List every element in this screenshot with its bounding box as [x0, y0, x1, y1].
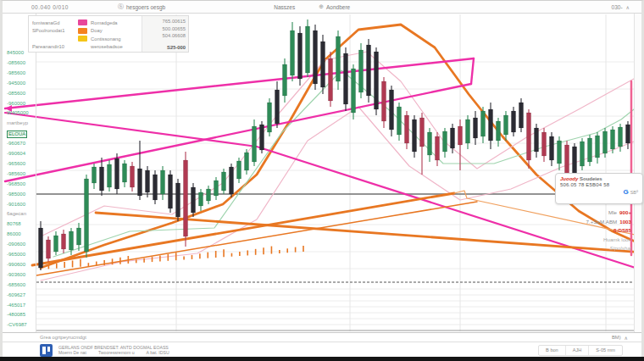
legend-value: 765.00615: [145, 18, 186, 25]
footer-button[interactable]: S-05 mm: [589, 346, 622, 355]
legend-row[interactable]: fomiwanaGd Romadgeda: [32, 19, 142, 27]
candle-body: [519, 103, 523, 128]
chart-canvas[interactable]: [3, 14, 636, 332]
footer-button[interactable]: AJH: [566, 346, 590, 355]
tooltip-title-gray: Soudeies: [580, 176, 602, 181]
footer-button-group: B bonAJHS-05 mm: [538, 345, 623, 356]
candle-body: [625, 125, 630, 143]
price-axis-label: -985600: [7, 70, 25, 76]
candle-body: [191, 187, 195, 213]
candle-body: [473, 118, 477, 138]
indicator-3[interactable]: ⊕ Aondbere: [319, 3, 350, 10]
candle-body: [290, 31, 294, 75]
collapse-chevron-icon[interactable]: ∧: [626, 4, 630, 10]
footer-meta-item: Twooressremom u: [98, 350, 135, 355]
side-stat-labels: Mle900+7.+SeM.ABM10038:DS85Huamk loor.St…: [538, 208, 631, 253]
candle-body: [229, 167, 233, 194]
candle-body: [595, 136, 599, 158]
candle-body: [153, 175, 157, 200]
price-axis-label: -945000: [7, 81, 25, 86]
time-axis-bar[interactable]: Grea ogrtpeyrucmdgt BM) ∧: [3, 332, 641, 342]
legend-series-label: Doay: [91, 28, 103, 33]
time-axis-right-value: BM): [612, 335, 621, 340]
candle-body: [549, 136, 553, 160]
indicator-3-label: Aondbere: [326, 4, 350, 10]
candle-body: [221, 172, 225, 191]
candle-body: [488, 109, 492, 141]
legend-swatch-magenta: [78, 19, 87, 25]
header-right-value: 030-: [612, 4, 623, 10]
legend-series-name: Pareanandir10: [32, 44, 75, 49]
google-logo-icon: G: [623, 189, 628, 196]
candle-body: [275, 90, 279, 124]
legend-row[interactable]: Pareanandir10 werosebadsoe: [32, 43, 142, 52]
candle-body: [503, 115, 508, 135]
candle-body: [465, 119, 469, 143]
price-axis-label: -901600: [7, 202, 25, 208]
candle-body: [320, 42, 325, 87]
candle-body: [114, 158, 119, 189]
indicator-2[interactable]: Nasszes: [274, 4, 295, 10]
candle-body: [214, 180, 218, 196]
side-stat-text: Stpolshai: [610, 245, 631, 251]
price-axis-label: -090600: [7, 242, 25, 247]
candle-body: [46, 240, 50, 258]
footer-bar: GERLANS ONDF BRENDSET: ANTD DOGMAL EOASS…: [3, 342, 641, 358]
candle-body: [389, 90, 393, 130]
price-tooltip-card: Juoody Soudeies 506.05 78 E5B04 58 G SBº: [555, 173, 643, 204]
candle-body: [130, 166, 134, 187]
legend-row[interactable]: Contissonang: [32, 35, 142, 43]
candlestick-chart[interactable]: [3, 14, 636, 332]
trend-magenta-upper: [5, 58, 474, 108]
indicator-main[interactable]: Ⓢ hesgoers oesgb: [118, 3, 165, 11]
legend-series-label: Contissonang: [91, 36, 120, 42]
time-axis-label: Grea ogrtpeyrucmdgt: [40, 335, 86, 340]
candle-body: [206, 189, 210, 201]
price-axis-label: 80768: [7, 221, 21, 227]
tooltip-detail: 506.05 78 E5B04 58: [560, 182, 638, 187]
price-axis-label: -968500: [7, 181, 25, 187]
price-axis-label: -480085: [7, 312, 25, 318]
legend-series-label: werosebadsoe: [91, 44, 123, 49]
indicator-2-label: Nasszes: [274, 4, 295, 10]
side-stat-value: 1003: [619, 219, 631, 225]
footer-button[interactable]: B bon: [539, 346, 566, 355]
candle-body: [351, 69, 355, 113]
candle-body: [511, 111, 515, 132]
candle-body: [313, 31, 317, 84]
tooltip-title-red: Juoody: [560, 176, 578, 181]
trend-orange-rising: [32, 193, 454, 265]
candle-body: [526, 113, 530, 160]
indicator-main-label: hesgoers oesgb: [126, 4, 165, 10]
legend-value: 500.00655: [145, 25, 186, 33]
candle-body: [122, 164, 126, 182]
candle-body: [297, 33, 302, 79]
circle-plus-icon: ⊕: [319, 3, 324, 10]
candle-body: [183, 160, 187, 236]
candle-body: [61, 234, 65, 249]
legend-row[interactable]: SPoolronodat1 Doay: [32, 27, 142, 36]
price-axis-label: -965600: [7, 161, 25, 167]
price-axis-label: 845000: [7, 50, 24, 56]
price-axis-label: W405000: [7, 110, 29, 116]
price-axis-label: -085600: [7, 91, 25, 97]
candle-body: [419, 118, 424, 147]
side-stat-text: Huamk loor.: [603, 236, 631, 242]
chart-header-bar: 00.040 0/010 Ⓢ hesgoers oesgb Nasszes ⊕ …: [3, 1, 641, 14]
price-axis-label: -903600: [7, 272, 25, 278]
candle-body: [145, 170, 149, 192]
price-axis[interactable]: 845000-085600-985600-945000-085600-96000…: [4, 14, 36, 332]
panel-collapse-chevron-icon[interactable]: ∧: [625, 335, 628, 341]
side-stat-row: Huamk loor.: [538, 236, 631, 245]
candle-body: [602, 131, 607, 153]
trading-app-window: 00.040 0/010 Ⓢ hesgoers oesgb Nasszes ⊕ …: [0, 0, 644, 361]
indicator-legend[interactable]: fomiwanaGd Romadgeda SPoolronodat1 Doay …: [28, 15, 189, 53]
price-axis-label: -960670: [7, 141, 25, 147]
side-stat-row: Mle900+: [538, 208, 631, 218]
legend-value: 504.06608: [145, 32, 186, 40]
legend-series-name: SPoolronodat1: [32, 28, 75, 33]
broker-logo[interactable]: [40, 344, 53, 357]
legend-series-label: Romadgeda: [91, 20, 118, 25]
price-axis-label: 86000: [7, 231, 21, 237]
price-axis-label: -685600: [7, 282, 25, 288]
